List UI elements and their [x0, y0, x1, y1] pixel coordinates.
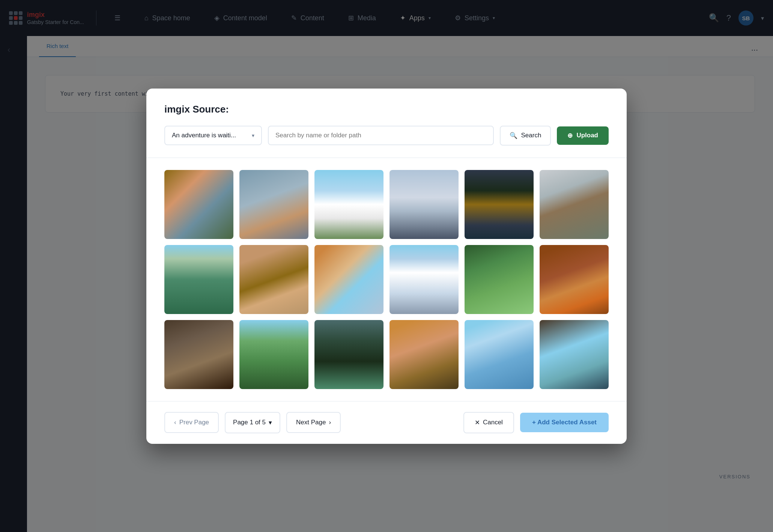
image-cell-1[interactable]	[164, 170, 233, 239]
image-cell-3[interactable]	[314, 170, 383, 239]
next-arrow-icon: ›	[329, 419, 331, 426]
prev-page-button[interactable]: ‹ Prev Page	[164, 412, 219, 433]
cancel-button[interactable]: ✕ Cancel	[463, 412, 514, 433]
source-dropdown-value: An adventure is waiti...	[172, 132, 236, 139]
search-input-wrapper	[268, 126, 494, 145]
page-selector[interactable]: Page 1 of 5 ▾	[225, 412, 280, 433]
image-cell-9[interactable]	[314, 245, 383, 314]
image-cell-13[interactable]	[164, 320, 233, 389]
image-cell-10[interactable]	[390, 245, 459, 314]
image-grid	[164, 170, 609, 389]
image-cell-18[interactable]	[540, 320, 609, 389]
image-cell-12[interactable]	[540, 245, 609, 314]
search-btn-icon: 🔍	[510, 132, 517, 140]
image-cell-15[interactable]	[314, 320, 383, 389]
page-chevron-icon: ▾	[269, 419, 272, 427]
image-cell-6[interactable]	[540, 170, 609, 239]
search-button[interactable]: 🔍 Search	[500, 126, 551, 146]
search-input[interactable]	[268, 126, 494, 145]
prev-page-label: Prev Page	[179, 419, 209, 426]
add-asset-label: + Add Selected Asset	[532, 419, 597, 426]
modal-body	[146, 158, 627, 401]
image-cell-17[interactable]	[465, 320, 534, 389]
image-cell-4[interactable]	[390, 170, 459, 239]
modal-title: imgix Source:	[164, 104, 609, 115]
image-cell-7[interactable]	[164, 245, 233, 314]
modal-footer: ‹ Prev Page Page 1 of 5 ▾ Next Page › ✕ …	[146, 401, 627, 444]
next-page-label: Next Page	[296, 419, 326, 426]
imgix-source-modal: imgix Source: An adventure is waiti... ▾…	[146, 89, 627, 444]
source-dropdown[interactable]: An adventure is waiti... ▾	[164, 126, 262, 145]
add-selected-asset-button[interactable]: + Add Selected Asset	[520, 413, 609, 432]
image-cell-11[interactable]	[465, 245, 534, 314]
image-cell-14[interactable]	[239, 320, 308, 389]
upload-button[interactable]: ⊕ Upload	[557, 126, 609, 145]
modal-controls: An adventure is waiti... ▾ 🔍 Search ⊕ Up…	[164, 126, 609, 146]
prev-arrow-icon: ‹	[174, 419, 176, 426]
modal-overlay: imgix Source: An adventure is waiti... ▾…	[0, 0, 773, 532]
image-cell-5[interactable]	[465, 170, 534, 239]
image-cell-2[interactable]	[239, 170, 308, 239]
page-label: Page 1 of 5	[233, 419, 266, 426]
modal-header: imgix Source: An adventure is waiti... ▾…	[146, 89, 627, 158]
upload-icon: ⊕	[567, 132, 573, 140]
next-page-button[interactable]: Next Page ›	[286, 412, 341, 433]
search-btn-label: Search	[521, 132, 541, 139]
cancel-label: Cancel	[483, 419, 503, 426]
cancel-icon: ✕	[475, 419, 480, 427]
upload-btn-label: Upload	[576, 132, 598, 139]
chevron-down-icon: ▾	[252, 132, 254, 138]
image-cell-16[interactable]	[390, 320, 459, 389]
image-cell-8[interactable]	[239, 245, 308, 314]
